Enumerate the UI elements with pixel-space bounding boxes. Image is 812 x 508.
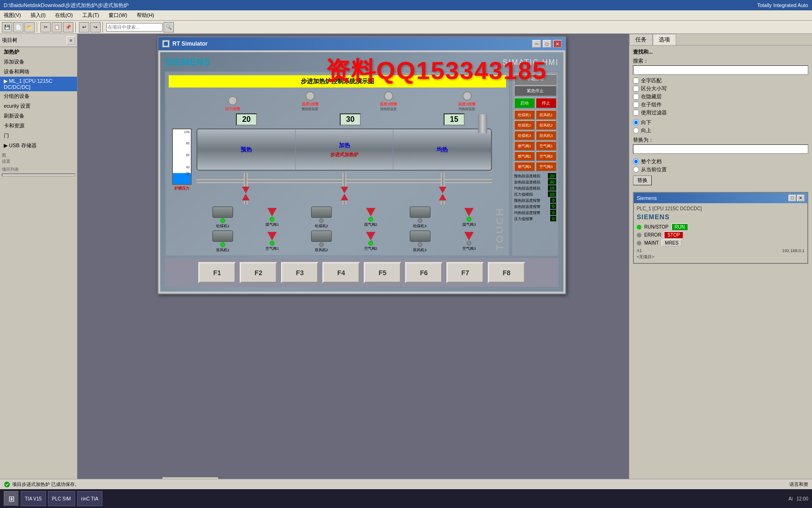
blower3-ctrl-btn[interactable]: 鼓风机3: [536, 131, 556, 140]
param-row-6: 均热段温度报警 0: [514, 210, 556, 215]
replace-field[interactable]: [633, 144, 808, 154]
stop-btn[interactable]: 停止: [536, 98, 556, 108]
radio-whole-doc-label: 整个文档: [641, 158, 662, 165]
search-field[interactable]: [633, 65, 808, 75]
tab-task[interactable]: 任务: [629, 34, 653, 45]
sidebar-item-furnace[interactable]: 加热炉: [0, 47, 77, 57]
sidebar-item-ml1[interactable]: ▶ ML_1 [CPU 1215C DC/DC/DC]: [0, 77, 77, 91]
param-label-7: 压力值报警: [514, 216, 533, 222]
rt-minimize-btn[interactable]: ─: [532, 40, 541, 48]
blower1-ctrl-btn[interactable]: 鼓风机1: [536, 110, 556, 119]
toolbar-save[interactable]: 💾: [2, 22, 12, 32]
radio-down-input[interactable]: [633, 119, 639, 126]
tab-options[interactable]: 选项: [653, 34, 676, 45]
sidebar-item-add-device[interactable]: 添加设备: [0, 57, 77, 67]
start-stop-row: 启动 停止: [514, 98, 556, 108]
air-valve3-shape: [464, 232, 474, 240]
sidebar-item-grouped[interactable]: 分组的设备: [0, 91, 77, 101]
feeder1-dot: [220, 218, 225, 223]
equipment-row2: 鼓风机1 空气阀1: [196, 230, 492, 253]
checkbox-case-input[interactable]: [633, 86, 639, 92]
menu-window[interactable]: 窗口(W): [107, 12, 129, 19]
gas-valve1-btn[interactable]: 燃气阀1: [514, 141, 535, 151]
replace-btn[interactable]: 替换: [633, 175, 652, 185]
toolbar-paste[interactable]: 📌: [63, 22, 73, 32]
feeder3-status: [418, 218, 422, 223]
sidebar-item-devices-networks[interactable]: 设备和网络: [0, 67, 77, 77]
checkbox-subcomp-input[interactable]: [633, 102, 639, 108]
toolbar-open[interactable]: 📂: [24, 22, 35, 32]
toolbar-copy[interactable]: 📋: [52, 22, 62, 32]
taskbar-tia[interactable]: TIA V15: [21, 491, 46, 506]
air-valve3-btn[interactable]: 空气阀3: [536, 162, 556, 171]
manual-auto-btn[interactable]: 手动自动: [514, 74, 556, 85]
panel-label-2: 设置: [2, 159, 75, 165]
air-valve1-btn[interactable]: 空气阀1: [536, 141, 556, 151]
menu-online[interactable]: 在线(O): [53, 12, 75, 19]
sidebar-item-door[interactable]: 门: [0, 131, 77, 141]
fn-btn-f8[interactable]: F8: [488, 262, 525, 283]
fn-btn-f2[interactable]: F2: [240, 262, 277, 283]
blower1-label: 鼓风机1: [216, 247, 229, 253]
radio-from-current-input[interactable]: [633, 167, 639, 173]
alarm-circle-temp1: [305, 91, 315, 101]
stop-button[interactable]: STOP: [664, 231, 683, 238]
coal-valve2-group: 煤气阀2: [364, 208, 377, 227]
rt-close-btn[interactable]: ✕: [553, 40, 562, 48]
menu-tools[interactable]: 工具(T): [80, 12, 101, 19]
menu-view[interactable]: 视图(V): [2, 12, 23, 19]
zone-heat-label: 加热: [339, 142, 350, 150]
toolbar-new[interactable]: 📄: [13, 22, 23, 32]
fn-btn-f7[interactable]: F7: [446, 262, 484, 283]
rt-maximize-btn[interactable]: □: [543, 40, 551, 48]
search-input[interactable]: [106, 23, 163, 32]
air-valve2-btn[interactable]: 空气阀2: [536, 151, 556, 161]
toolbar-cut[interactable]: ✂: [40, 22, 51, 32]
checkbox-full-word-input[interactable]: [633, 78, 639, 84]
radio-whole-doc-input[interactable]: [633, 159, 639, 165]
sidebar-item-security[interactable]: ecurity 设置: [0, 101, 77, 111]
toolbar-undo[interactable]: ↩: [79, 22, 89, 32]
siemens-win-maximize[interactable]: □: [789, 195, 796, 201]
runstop-row: RUN/STOP RUN: [637, 223, 804, 230]
fn-btn-f3[interactable]: F3: [281, 262, 319, 283]
checkbox-hidden-input[interactable]: [633, 94, 639, 100]
menu-insert[interactable]: 插入(I): [29, 12, 47, 19]
siemens-win-close[interactable]: ✕: [797, 195, 804, 201]
taskbar-start[interactable]: ⊞: [4, 491, 19, 506]
blower2-ctrl-btn[interactable]: 鼓风机2: [536, 120, 556, 130]
radio-up-input[interactable]: [633, 127, 639, 134]
menu-help[interactable]: 帮助(H): [135, 12, 156, 19]
fn-btn-f4[interactable]: F4: [322, 262, 360, 283]
blower1-group: 鼓风机1: [212, 230, 233, 253]
checkbox-filter-input[interactable]: [633, 110, 639, 116]
alarm-sub-temp3: 均热段温度: [458, 107, 475, 111]
feeder2-ctrl-btn[interactable]: 给煤机2: [514, 120, 535, 130]
mres-button[interactable]: MRES: [662, 239, 682, 246]
air-valve2-shape: [366, 232, 375, 240]
gas-valve2-btn[interactable]: 燃气阀2: [514, 151, 535, 161]
sidebar-item-usb[interactable]: ▶ USB 存储器: [0, 141, 77, 151]
siemens-win-title: Siemens: [637, 195, 657, 201]
simatic-hmi-label: SIMATIC HMI: [503, 58, 559, 67]
feeder1-ctrl-btn[interactable]: 给煤机1: [514, 110, 535, 119]
emergency-stop-btn[interactable]: 紧急停止: [514, 86, 556, 96]
param-row-7: 压力值报警 0: [514, 216, 556, 222]
fn-btn-f1[interactable]: F1: [198, 262, 236, 283]
sidebar-item-cards[interactable]: 卡和资源: [0, 121, 77, 131]
checkbox-case-label: 区分大小写: [641, 85, 667, 92]
fn-btn-f5[interactable]: F5: [364, 262, 401, 283]
sidebar-item-refresh[interactable]: 刷新设备: [0, 111, 77, 121]
fn-btn-f6[interactable]: F6: [405, 262, 443, 283]
right-panel-tabs: 任务 选项: [629, 34, 812, 46]
run-button[interactable]: RUN: [671, 223, 688, 230]
toolbar-redo[interactable]: ↪: [90, 22, 101, 32]
gas-valve3-btn[interactable]: 燃气阀3: [514, 162, 535, 171]
feeder3-ctrl-btn[interactable]: 给煤机3: [514, 131, 535, 140]
panel-icon[interactable]: ≡: [67, 36, 75, 45]
taskbar-rinctia[interactable]: rinC TIA: [77, 491, 103, 506]
start-btn[interactable]: 启动: [514, 98, 535, 108]
radio-whole-doc: 整个文档: [633, 158, 808, 166]
taskbar-plcsim[interactable]: PLC SIM: [48, 491, 75, 506]
search-button[interactable]: 🔍: [164, 22, 174, 32]
